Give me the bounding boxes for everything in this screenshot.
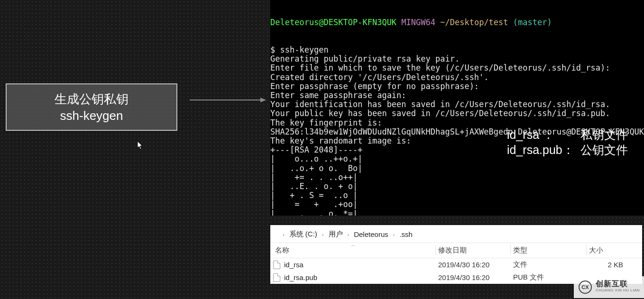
table-row[interactable]: id_rsa2019/4/30 16:20文件2 KB — [270, 258, 642, 271]
column-separator — [586, 245, 587, 255]
note-key: id_rsa ： — [507, 127, 580, 142]
file-name: id_rsa — [284, 261, 304, 269]
sort-caret-icon: ︿ — [351, 242, 356, 248]
chevron-right-icon: › — [348, 232, 350, 237]
note-row: id_rsa.pub： 公钥文件 — [507, 142, 628, 157]
mouse-cursor-icon — [137, 141, 144, 150]
caption-command: ssh-keygen — [60, 109, 123, 123]
note-key: id_rsa.pub： — [507, 142, 580, 157]
breadcrumb[interactable]: › 系统 (C:) › 用户 › Deleteorus › .ssh — [270, 225, 642, 243]
breadcrumb-item[interactable]: .ssh — [399, 230, 413, 238]
terminal-branch: (master) — [513, 18, 552, 27]
note-row: id_rsa ： 私钥文件 — [507, 127, 628, 142]
terminal-user: Deleteorus@DESKTOP-KFN3QUK — [270, 18, 396, 27]
chevron-right-icon: › — [393, 232, 395, 237]
cell-name: id_rsa.pub — [273, 273, 438, 282]
cell-date: 2019/4/30 16:20 — [438, 273, 513, 281]
chevron-right-icon: › — [322, 232, 324, 237]
terminal-cwd: ~/Desktop/test — [440, 18, 508, 27]
col-date-header[interactable]: 修改日期 — [438, 246, 513, 255]
watermark-cn: 创新互联 — [596, 281, 640, 287]
watermark-text: 创新互联 CHUANG XIN HU LIAN — [596, 281, 640, 294]
breadcrumb-item[interactable]: 用户 — [329, 230, 343, 239]
terminal-window[interactable]: Deleteorus@DESKTOP-KFN3QUK MINGW64 ~/Des… — [270, 0, 644, 216]
cell-name: id_rsa — [273, 261, 438, 269]
cell-type: 文件 — [513, 260, 589, 269]
watermark: CX 创新互联 CHUANG XIN HU LIAN — [574, 276, 644, 298]
watermark-en: CHUANG XIN HU LIAN — [596, 287, 640, 294]
caption-title: 生成公钥私钥 — [55, 91, 129, 108]
file-name: id_rsa.pub — [284, 273, 317, 281]
note-value: 私钥文件 — [580, 127, 628, 142]
file-icon — [273, 273, 280, 282]
column-separator — [510, 245, 511, 255]
file-explorer[interactable]: › 系统 (C:) › 用户 › Deleteorus › .ssh ︿ 名称 … — [270, 225, 642, 284]
col-type-header[interactable]: 类型 — [513, 246, 589, 255]
column-headers[interactable]: ︿ 名称 修改日期 类型 大小 — [270, 243, 642, 258]
chevron-right-icon: › — [283, 232, 285, 237]
breadcrumb-item[interactable]: Deleteorus — [354, 230, 388, 238]
col-size-header[interactable]: 大小 — [589, 246, 642, 255]
file-icon — [273, 261, 280, 269]
key-file-notes: id_rsa ： 私钥文件 id_rsa.pub： 公钥文件 — [507, 127, 628, 157]
terminal-system: MINGW64 — [401, 18, 435, 27]
column-separator — [435, 245, 436, 255]
caption-box: 生成公钥私钥 ssh-keygen — [6, 83, 177, 131]
note-value: 公钥文件 — [580, 142, 628, 157]
col-name-header[interactable]: 名称 — [273, 246, 438, 255]
watermark-logo-icon: CX — [579, 281, 592, 294]
terminal-prompt-line: Deleteorus@DESKTOP-KFN3QUK MINGW64 ~/Des… — [270, 18, 644, 27]
breadcrumb-item[interactable]: 系统 (C:) — [289, 230, 317, 239]
cell-date: 2019/4/30 16:20 — [438, 261, 513, 269]
arrow-icon — [190, 100, 266, 100]
cell-size: 2 KB — [589, 261, 642, 269]
